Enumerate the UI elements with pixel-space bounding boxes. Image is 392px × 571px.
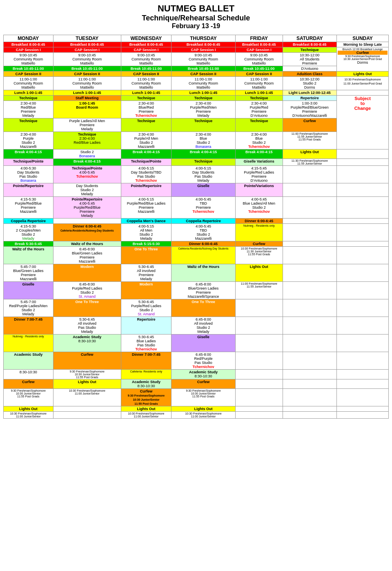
list-item: 10:30 Freshman/Sophomore11:00 Junior/Sen… xyxy=(337,77,389,90)
list-item: 10:30 Freshman/Sophomore11:00 Junior/Sen… xyxy=(53,389,121,406)
list-item xyxy=(283,183,337,197)
list-item xyxy=(337,219,389,224)
table-row: 4:15-5:30Purple/Red/BluePremiereMazzarel… xyxy=(4,197,389,219)
schedule-table: MONDAY TUESDAY WEDNESDAY THURSDAY FRIDAY… xyxy=(3,35,389,419)
list-item xyxy=(283,247,337,264)
list-item: Waltz of the Hours xyxy=(4,247,53,264)
list-item: 2:30-4:00Purple/Red/MenPremiereMelady xyxy=(171,101,235,118)
list-item: Break 10:45-11:00 xyxy=(171,66,235,71)
list-item: CAP Session I xyxy=(121,47,172,53)
list-item: Modern xyxy=(53,264,121,282)
list-item: Technique xyxy=(236,118,283,132)
list-item: Dinner 7:00-7:45 xyxy=(121,352,172,370)
list-item xyxy=(283,224,337,241)
header: NUTMEG BALLET Technique/Rehearsal Schedu… xyxy=(3,3,389,30)
list-item: Break 10:45-11:00 xyxy=(53,66,121,71)
list-item: Nutmeg - Residents only xyxy=(4,335,53,352)
list-item xyxy=(53,219,121,224)
list-item: Technique/Pointe4:00-5:45Tchernichov xyxy=(53,166,121,183)
list-item: Technique xyxy=(4,96,53,101)
list-item xyxy=(283,166,337,183)
list-item: CAP Session I xyxy=(4,47,53,53)
list-item: Dinner 6:00-6:45Cafeteria-Residents/Nutm… xyxy=(53,224,121,241)
list-item: Curfew9:30 Freshman/Sophomore10:30 Junio… xyxy=(121,389,172,406)
list-item: Day StudentsStudio 2Melady xyxy=(53,183,121,197)
list-item: Lights Out xyxy=(121,406,172,412)
list-item: Pointe/Repertoire4:00-5:45Purple/Red/Blu… xyxy=(53,197,121,219)
list-item: Technique/Pointe xyxy=(4,159,53,166)
table-row: 4:00-5:30Day StudentsPas StudioBonasera … xyxy=(4,166,389,183)
list-item xyxy=(337,247,389,264)
table-row: 5:45-7:00Red/Purple Ladies/MenStudio 2Me… xyxy=(4,299,389,317)
list-item: 9:30 Freshman/Sophomore10:30 Junior/Seni… xyxy=(53,370,121,379)
list-item: Technique/Pointe xyxy=(121,159,172,166)
list-item: Lights Out xyxy=(4,406,53,412)
table-row: Technique Purple Ladies/All MenPremiereM… xyxy=(4,118,389,132)
list-item xyxy=(283,352,337,370)
list-item xyxy=(337,159,389,166)
list-item xyxy=(53,412,121,419)
table-row: Waltz of the Hours 6:45-8:00Blue/Green L… xyxy=(4,247,389,264)
list-item xyxy=(337,389,389,406)
table-row: 10:30 Freshman/Sophomore11:00 Junior/Sen… xyxy=(4,412,389,419)
list-item: Coppelia Repertoire xyxy=(4,219,53,224)
list-item xyxy=(337,282,389,299)
list-item: 2:30-4:00Purple/RedPremiereD'Antuono xyxy=(236,101,283,118)
list-item xyxy=(337,406,389,412)
list-item: 11:00 Freshman/Sophomore11:55 Junior/Sen… xyxy=(283,132,337,149)
list-item xyxy=(236,379,283,389)
list-item: 4:00-5:15All MenStudio 2Melady xyxy=(121,224,172,241)
list-item: Technique xyxy=(121,118,172,132)
list-item xyxy=(337,370,389,379)
list-item: One To Three xyxy=(171,299,235,317)
subtitle: Technique/Rehearsal Schedule xyxy=(3,14,389,22)
table-row: Break 4:00-4:15 Studio 2Bonasera Break 4… xyxy=(4,149,389,159)
list-item: Break 10:45-11:00 xyxy=(121,66,172,71)
list-item: CAP Session II xyxy=(4,71,53,77)
list-item: 2:30-4:00Purple/All MenStudio 2Mazzarell… xyxy=(121,132,172,149)
list-item: 9:00-10:45Community RoomMattiello xyxy=(53,53,121,66)
list-item xyxy=(53,406,121,412)
list-item: CAP Session II xyxy=(53,71,121,77)
list-item: 2:30-4:00Red/BluePremiereMelady xyxy=(4,101,53,118)
list-item xyxy=(337,264,389,282)
list-item: 5:45-7:00Blue/Green LadiesPremiereMazzar… xyxy=(4,264,53,282)
list-item: Coppelia Men's Dance xyxy=(121,219,172,224)
list-item xyxy=(337,90,389,96)
list-item: 11:30 Freshman/Sophomore11:55 Junior/Sen… xyxy=(283,159,337,166)
list-item: D'Antuono xyxy=(283,66,337,71)
list-item: Breakfast 8:00-8:45 xyxy=(53,42,121,47)
list-item: Giselle xyxy=(171,335,235,352)
table-row: 9:30 Freshman/Sophomore10:30 Junior/Seni… xyxy=(4,389,389,406)
list-item xyxy=(283,317,337,335)
list-item: Curfew xyxy=(4,379,53,389)
list-item xyxy=(236,299,283,317)
list-item: 11:00 Freshman/Sophomore11:55 Junior/Sen… xyxy=(236,282,283,299)
list-item: Dinner 6:00-6:45 xyxy=(236,219,283,224)
list-item: Break 5:30-5:45 xyxy=(4,241,53,247)
list-item: Giselle xyxy=(4,282,53,299)
table-row: Giselle 6:45-8:00Purple/Red LadiesStudio… xyxy=(4,282,389,299)
list-item: 4:00-5:15Day StudentsPas StudioMelady xyxy=(171,166,235,183)
list-item: 1:00-1:45Board Room xyxy=(53,101,121,118)
list-item: CAP Session II xyxy=(236,71,283,77)
list-item xyxy=(236,317,283,335)
list-item: Lights Out xyxy=(236,264,283,282)
list-item: Brunch 12:00 Breakfast Lounge Curfew 9:3… xyxy=(337,47,389,71)
list-item xyxy=(283,335,337,352)
list-item: 2:30-4:00PurpleStudio 2Mazzarelli xyxy=(4,132,53,149)
list-item: 11:00-1:00Community RoomMattiello xyxy=(171,77,235,90)
list-item: 10:30-12:00All StudentsPremiere xyxy=(283,53,337,66)
list-item xyxy=(236,412,283,419)
list-item xyxy=(337,299,389,317)
list-item: Curfew xyxy=(171,379,235,389)
list-item: Waltz of the Hours xyxy=(171,264,235,282)
list-item: Break 10:45-11:00 xyxy=(4,66,53,71)
table-row: Break 5:30-5:45 Waltz of the Hours Break… xyxy=(4,241,389,247)
list-item: 4:15-5:45Purple/Red LadiesPremiereD'Antu… xyxy=(236,166,283,183)
table-row: CAP Session I CAP Session I CAP Session … xyxy=(4,47,389,53)
list-item: 10:30-12:00Studio 2Dorms xyxy=(283,77,337,90)
list-item: Lunch 1:00-1:45 xyxy=(121,90,172,96)
list-item: Technique2:30-4:00Red/Blue Ladies xyxy=(53,132,121,149)
table-row: Lunch 1:00-1:45 Lunch 1:00-1:45 Lunch 1:… xyxy=(4,90,389,96)
